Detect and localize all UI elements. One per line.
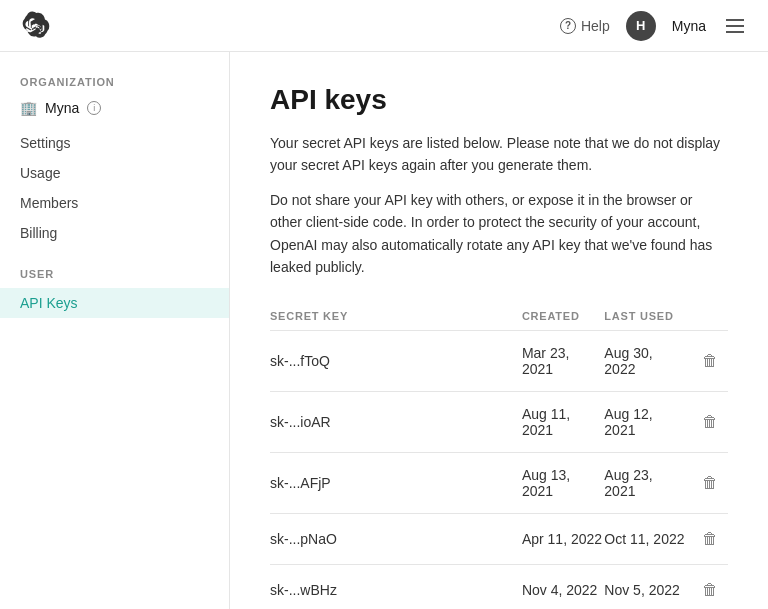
help-link[interactable]: ? Help [560, 18, 610, 34]
user-section-label: USER [0, 268, 229, 288]
table-row: sk-...wBHz Nov 4, 2022 Nov 5, 2022 🗑 [270, 565, 728, 609]
action-cell: 🗑 [687, 453, 728, 514]
org-section-label: ORGANIZATION [0, 76, 229, 96]
org-info-icon[interactable]: i [87, 101, 101, 115]
col-header-action [687, 302, 728, 331]
sidebar-item-billing[interactable]: Billing [0, 218, 229, 248]
key-cell: sk-...fToQ [270, 331, 522, 392]
layout: ORGANIZATION 🏢 Myna i Settings Usage Mem… [0, 52, 768, 609]
delete-key-button[interactable]: 🗑 [696, 350, 724, 372]
description-1: Your secret API keys are listed below. P… [270, 132, 728, 177]
created-cell: Aug 13, 2021 [522, 453, 604, 514]
col-header-created: CREATED [522, 302, 604, 331]
sidebar-item-settings[interactable]: Settings [0, 128, 229, 158]
table-row: sk-...fToQ Mar 23, 2021 Aug 30, 2022 🗑 [270, 331, 728, 392]
org-row: 🏢 Myna i [0, 96, 229, 128]
action-cell: 🗑 [687, 514, 728, 565]
building-icon: 🏢 [20, 100, 37, 116]
sidebar-item-api-keys[interactable]: API Keys [0, 288, 229, 318]
user-avatar[interactable]: H [626, 11, 656, 41]
created-cell: Aug 11, 2021 [522, 392, 604, 453]
delete-key-button[interactable]: 🗑 [696, 528, 724, 550]
key-cell: sk-...wBHz [270, 565, 522, 609]
created-cell: Nov 4, 2022 [522, 565, 604, 609]
api-keys-table: SECRET KEY CREATED LAST USED sk-...fToQ … [270, 302, 728, 609]
table-header-row: SECRET KEY CREATED LAST USED [270, 302, 728, 331]
nav-right: ? Help H Myna [560, 11, 748, 41]
last-used-cell: Nov 5, 2022 [604, 565, 686, 609]
hamburger-menu[interactable] [722, 15, 748, 37]
table-row: sk-...pNaO Apr 11, 2022 Oct 11, 2022 🗑 [270, 514, 728, 565]
table-row: sk-...ioAR Aug 11, 2021 Aug 12, 2021 🗑 [270, 392, 728, 453]
delete-key-button[interactable]: 🗑 [696, 472, 724, 494]
description-2: Do not share your API key with others, o… [270, 189, 728, 279]
sidebar-item-usage[interactable]: Usage [0, 158, 229, 188]
user-section: USER API Keys [0, 268, 229, 318]
openai-logo[interactable] [20, 10, 52, 42]
delete-key-button[interactable]: 🗑 [696, 579, 724, 601]
last-used-cell: Aug 12, 2021 [604, 392, 686, 453]
org-name: Myna [45, 100, 79, 116]
col-header-last-used: LAST USED [604, 302, 686, 331]
table-row: sk-...AFjP Aug 13, 2021 Aug 23, 2021 🗑 [270, 453, 728, 514]
top-nav: ? Help H Myna [0, 0, 768, 52]
help-circle-icon: ? [560, 18, 576, 34]
key-cell: sk-...ioAR [270, 392, 522, 453]
col-header-key: SECRET KEY [270, 302, 522, 331]
action-cell: 🗑 [687, 392, 728, 453]
last-used-cell: Aug 30, 2022 [604, 331, 686, 392]
page-title: API keys [270, 84, 728, 116]
nav-left [20, 10, 52, 42]
key-cell: sk-...AFjP [270, 453, 522, 514]
main-content: API keys Your secret API keys are listed… [230, 52, 768, 609]
last-used-cell: Oct 11, 2022 [604, 514, 686, 565]
key-cell: sk-...pNaO [270, 514, 522, 565]
delete-key-button[interactable]: 🗑 [696, 411, 724, 433]
sidebar-item-members[interactable]: Members [0, 188, 229, 218]
action-cell: 🗑 [687, 331, 728, 392]
created-cell: Apr 11, 2022 [522, 514, 604, 565]
user-name: Myna [672, 18, 706, 34]
help-label: Help [581, 18, 610, 34]
action-cell: 🗑 [687, 565, 728, 609]
sidebar: ORGANIZATION 🏢 Myna i Settings Usage Mem… [0, 52, 230, 609]
last-used-cell: Aug 23, 2021 [604, 453, 686, 514]
created-cell: Mar 23, 2021 [522, 331, 604, 392]
